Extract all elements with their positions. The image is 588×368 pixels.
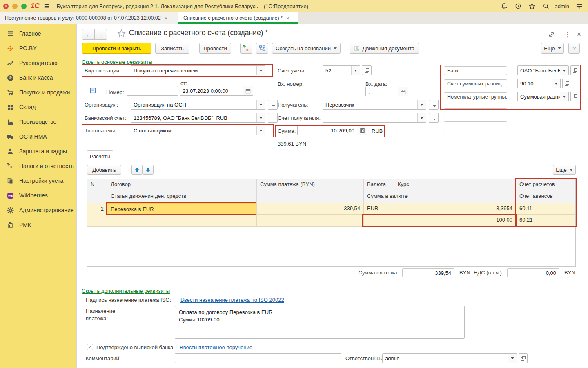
- dropdown-button[interactable]: [560, 92, 568, 101]
- col-header-amount-currency[interactable]: Сумма в валюте: [364, 191, 516, 203]
- bank-account-select[interactable]: 123456789, ОАО "Банк БелВЭБ", RUB: [131, 113, 265, 123]
- calendar-button[interactable]: [243, 86, 253, 95]
- document-movements-button[interactable]: Движения документа: [350, 43, 419, 54]
- service-menu-icon[interactable]: [575, 2, 583, 10]
- cell-cash-flow-item[interactable]: [107, 215, 257, 227]
- organization-select[interactable]: Организация на ОСН: [131, 100, 265, 110]
- favorites-star-icon[interactable]: [528, 2, 536, 10]
- create-based-on-button[interactable]: Создать на основании: [272, 43, 341, 54]
- sidebar-item-manager[interactable]: Руководителю: [0, 56, 76, 70]
- forward-button[interactable]: →: [94, 29, 107, 39]
- col-header-advance-account[interactable]: Счет авансов: [516, 191, 575, 203]
- incoming-number-input[interactable]: [278, 87, 363, 96]
- cell-amount-byn[interactable]: 339,54: [257, 203, 364, 215]
- open-button[interactable]: [429, 100, 439, 110]
- dropdown-button[interactable]: [351, 66, 360, 75]
- dropdown-button[interactable]: [256, 66, 265, 75]
- payee-account-select[interactable]: [323, 113, 426, 123]
- col-header-amount-byn[interactable]: Сумма платежа (BYN): [257, 179, 364, 203]
- help-button[interactable]: ?: [568, 43, 580, 54]
- open-button[interactable]: [429, 113, 439, 123]
- notifications-bell-icon[interactable]: [500, 2, 508, 10]
- cell-contract[interactable]: Перевозка в EUR: [107, 203, 257, 215]
- enter-payment-order-link[interactable]: Ввести платежное поручение: [180, 344, 252, 350]
- item-groups-field[interactable]: Суммовая разниц: [517, 92, 569, 101]
- open-button[interactable]: [268, 113, 278, 123]
- payment-type-select[interactable]: С поставщиком: [131, 126, 265, 135]
- favorite-star-icon[interactable]: [117, 29, 126, 39]
- window-minimize-button[interactable]: −: [12, 4, 18, 9]
- cell-amount-currency[interactable]: 100,00: [364, 215, 516, 227]
- close-form-icon[interactable]: ×: [575, 30, 583, 38]
- main-menu-icon[interactable]: [43, 2, 51, 10]
- sidebar-item-bank-cash[interactable]: ₽ Банк и касса: [0, 70, 76, 85]
- tab-payments[interactable]: Расчеты: [87, 150, 113, 162]
- amount-input[interactable]: 10 209,00: [297, 126, 368, 135]
- calculator-button[interactable]: [357, 126, 367, 135]
- accounting-account-field[interactable]: 52: [323, 65, 360, 75]
- table-more-button[interactable]: Еще: [553, 165, 576, 175]
- col-header-currency[interactable]: Валюта: [364, 179, 394, 191]
- incoming-date-input[interactable]: . .: [365, 87, 408, 96]
- dropdown-button[interactable]: [417, 113, 426, 122]
- sidebar-item-salary-hr[interactable]: Зарплата и кадры: [0, 144, 76, 159]
- date-input[interactable]: 23.07.2023 0:00:00: [180, 86, 253, 96]
- cell-amount-byn-2[interactable]: [257, 215, 364, 227]
- dropdown-button[interactable]: [417, 100, 426, 109]
- sidebar-item-wildberries[interactable]: WB Wildberries: [0, 188, 76, 203]
- sidebar-item-rmk[interactable]: РМК: [0, 218, 76, 232]
- cell-row-number[interactable]: 1: [87, 203, 107, 227]
- col-header-settlement-account[interactable]: Счет расчетов: [516, 179, 575, 191]
- sidebar-item-administration[interactable]: Администрирование: [0, 203, 76, 218]
- open-button[interactable]: [570, 65, 579, 75]
- confirmed-by-bank-checkbox[interactable]: ✓: [87, 344, 93, 350]
- sidebar-item-warehouse[interactable]: Склад: [0, 100, 76, 114]
- post-button[interactable]: Провести: [199, 43, 231, 54]
- tab-receipt-document[interactable]: Поступление товаров и услуг 0000-000008 …: [0, 12, 178, 24]
- cell-currency[interactable]: EUR: [364, 203, 394, 215]
- bank-field[interactable]: ОАО "Банк БелВ: [517, 65, 569, 75]
- post-and-close-button[interactable]: Провести и закрыть: [82, 43, 151, 54]
- dropdown-button[interactable]: [256, 126, 265, 135]
- list-icon[interactable]: [90, 88, 96, 95]
- vat-value[interactable]: 0,00: [507, 268, 559, 277]
- back-button[interactable]: ←: [82, 29, 94, 39]
- dropdown-button[interactable]: [552, 79, 560, 88]
- calendar-button[interactable]: [398, 87, 408, 96]
- search-icon[interactable]: [542, 2, 550, 10]
- hide-main-requisites-link[interactable]: Скрыть основные реквизиты: [82, 59, 152, 65]
- open-button[interactable]: [570, 92, 579, 101]
- add-row-button[interactable]: Добавить: [87, 165, 121, 175]
- window-zoom-button[interactable]: +: [21, 4, 27, 9]
- payment-purpose-textarea[interactable]: Оплата по договору Перевозка в EUR Сумма…: [175, 306, 465, 339]
- move-row-up-button[interactable]: [131, 165, 143, 175]
- window-close-button[interactable]: ×: [3, 4, 9, 9]
- open-button[interactable]: [519, 353, 528, 363]
- history-icon[interactable]: [514, 2, 522, 10]
- col-header-cash-flow-item[interactable]: Статья движения ден. средств: [107, 191, 257, 203]
- structure-button[interactable]: [256, 43, 268, 54]
- total-payment-value[interactable]: 339,54: [402, 268, 454, 277]
- dropdown-button[interactable]: [256, 100, 265, 109]
- col-header-rate[interactable]: Курс: [394, 179, 516, 191]
- cell-advance-account[interactable]: 60.21: [516, 215, 575, 227]
- tab-close-icon[interactable]: ×: [165, 15, 168, 21]
- write-button[interactable]: Записать: [155, 43, 189, 54]
- sidebar-item-main[interactable]: Главное: [0, 26, 76, 41]
- tab-writeoff-document[interactable]: Списание с расчетного счета (создание) *…: [178, 12, 298, 24]
- operation-kind-select[interactable]: Покупка с перечислением: [131, 65, 265, 75]
- more-dots-icon[interactable]: ⋮: [564, 30, 572, 38]
- col-header-n[interactable]: N: [87, 179, 107, 203]
- show-postings-button[interactable]: ДтКт: [240, 43, 252, 54]
- open-button[interactable]: [362, 65, 372, 75]
- move-row-down-button[interactable]: [143, 165, 154, 175]
- enter-iso-purpose-link[interactable]: Ввести назначение платежа по ISO 20022: [180, 297, 284, 303]
- sidebar-item-taxes-reports[interactable]: ДтКт Налоги и отчетность: [0, 159, 76, 173]
- dropdown-button[interactable]: [256, 113, 265, 122]
- dropdown-button[interactable]: [508, 354, 517, 363]
- col-header-contract[interactable]: Договор: [107, 179, 257, 191]
- open-button[interactable]: [268, 100, 278, 110]
- sidebar-item-production[interactable]: Производство: [0, 114, 76, 129]
- sum-diff-account-field[interactable]: 90.10: [517, 79, 561, 88]
- number-input[interactable]: [127, 86, 178, 96]
